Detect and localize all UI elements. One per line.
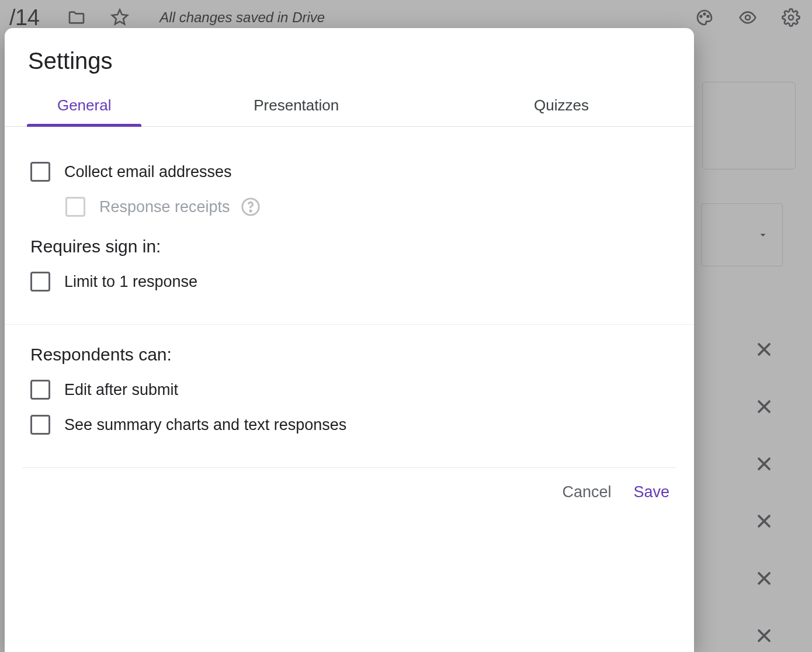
row-response-receipts: Response receipts: [65, 197, 668, 217]
header-respondents-can: Respondents can:: [30, 345, 668, 365]
modal-footer: Cancel Save: [5, 468, 694, 520]
label-limit-one: Limit to 1 response: [64, 273, 197, 291]
checkbox-edit-after-submit[interactable]: [30, 380, 50, 400]
section-general-top: Collect email addresses Response receipt…: [5, 127, 694, 324]
checkbox-limit-one[interactable]: [30, 272, 50, 292]
save-button[interactable]: Save: [633, 483, 669, 501]
label-see-summary: See summary charts and text responses: [64, 416, 346, 434]
tab-general[interactable]: General: [5, 85, 164, 126]
label-collect-email: Collect email addresses: [64, 163, 232, 181]
checkbox-see-summary[interactable]: [30, 415, 50, 435]
tab-label: Quizzes: [534, 96, 589, 115]
tab-quizzes[interactable]: Quizzes: [429, 85, 694, 126]
help-icon[interactable]: [241, 197, 261, 217]
label-edit-after-submit: Edit after submit: [64, 381, 178, 399]
tab-label: Presentation: [254, 96, 339, 115]
checkbox-response-receipts: [65, 197, 85, 217]
section-respondents: Respondents can: Edit after submit See s…: [5, 324, 694, 467]
label-response-receipts: Response receipts: [99, 198, 230, 216]
modal-title: Settings: [5, 28, 694, 85]
settings-tabs: General Presentation Quizzes: [5, 85, 694, 127]
row-collect-email[interactable]: Collect email addresses: [30, 162, 668, 182]
row-see-summary[interactable]: See summary charts and text responses: [30, 415, 668, 435]
row-edit-after-submit[interactable]: Edit after submit: [30, 380, 668, 400]
checkbox-collect-email[interactable]: [30, 162, 50, 182]
tab-label: General: [57, 96, 112, 115]
header-requires-sign-in: Requires sign in:: [30, 237, 668, 256]
cancel-button[interactable]: Cancel: [562, 483, 611, 501]
tab-presentation[interactable]: Presentation: [164, 85, 429, 126]
svg-point-6: [249, 210, 251, 211]
modal-body: Collect email addresses Response receipt…: [5, 127, 694, 652]
settings-modal: Settings General Presentation Quizzes Co…: [5, 28, 694, 652]
row-limit-one[interactable]: Limit to 1 response: [30, 272, 668, 292]
